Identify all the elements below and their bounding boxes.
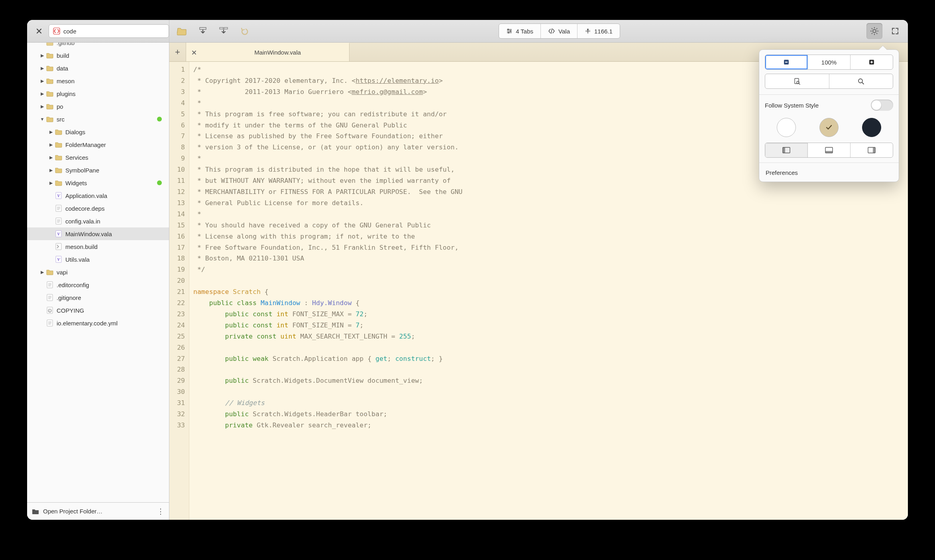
project-search-text: code xyxy=(63,28,77,35)
vala-icon: V xyxy=(54,230,63,237)
tree-folder[interactable]: ▶Dialogs xyxy=(27,125,169,138)
download-all-icon xyxy=(219,27,228,35)
follow-style-switch[interactable] xyxy=(871,100,893,111)
headerbar-left: code xyxy=(27,20,169,42)
tree-folder[interactable]: ▶meson xyxy=(27,74,169,87)
tree-folder[interactable]: ▶data xyxy=(27,62,169,74)
tree-file[interactable]: config.vala.in xyxy=(27,215,169,227)
headerbar: code 4 Tabs xyxy=(27,20,908,43)
tree-folder[interactable]: ▶Services xyxy=(27,151,169,164)
text-icon xyxy=(45,294,54,301)
folder-icon xyxy=(45,78,54,84)
line-gutter: 1234567891011121314151617181920212223242… xyxy=(169,62,189,520)
tree-item-label: MainWindow.vala xyxy=(65,231,112,237)
settings-menu-button[interactable] xyxy=(866,23,882,39)
zoom-in-button[interactable] xyxy=(850,55,893,69)
tree-folder[interactable]: ▶SymbolPane xyxy=(27,164,169,176)
sidebar-footer: Open Project Folder… ⋮ xyxy=(27,502,169,520)
tree-file[interactable]: VApplication.vala xyxy=(27,189,169,202)
theme-light[interactable] xyxy=(777,118,796,137)
open-project-label[interactable]: Open Project Folder… xyxy=(43,508,102,515)
lang-segment[interactable]: Vala xyxy=(540,24,577,38)
text-icon xyxy=(45,319,54,327)
theme-dark[interactable] xyxy=(862,118,881,137)
tab-close-button[interactable] xyxy=(190,49,198,57)
svg-rect-28 xyxy=(871,61,872,63)
folder-icon xyxy=(54,167,63,173)
lang-label: Vala xyxy=(558,28,570,35)
folder-icon xyxy=(45,104,54,110)
vala-icon: V xyxy=(54,192,63,199)
tree-file[interactable]: .editorconfig xyxy=(27,278,169,291)
folder-icon xyxy=(45,91,54,97)
tree-folder[interactable]: ▶FolderManager xyxy=(27,138,169,151)
zoom-segment: 100% xyxy=(765,55,893,70)
tree-file[interactable]: CCOPYING xyxy=(27,304,169,317)
linecol-icon xyxy=(585,28,591,34)
tree-item-label: Utils.vala xyxy=(65,256,90,263)
zoom-level-label[interactable]: 100% xyxy=(807,55,850,69)
find-in-page-button[interactable] xyxy=(765,74,829,88)
window-close-button[interactable] xyxy=(34,26,44,36)
theme-sepia[interactable] xyxy=(819,118,839,137)
copying-icon: C xyxy=(45,307,54,314)
tree-folder[interactable]: ▶Widgets xyxy=(27,176,169,189)
svg-point-6 xyxy=(508,32,509,33)
fullscreen-button[interactable] xyxy=(887,23,903,39)
disclosure-arrow-icon: ▶ xyxy=(48,180,54,186)
build-icon xyxy=(54,243,63,250)
tree-folder[interactable]: ▶po xyxy=(27,100,169,113)
disclosure-arrow-icon: ▶ xyxy=(39,270,45,275)
zoom-out-button[interactable] xyxy=(765,55,807,69)
file-tree[interactable]: .github▶build▶data▶meson▶plugins▶po▼src▶… xyxy=(27,43,169,502)
search-button[interactable] xyxy=(829,74,893,88)
panel-right-button[interactable] xyxy=(850,143,893,157)
close-icon xyxy=(36,28,42,34)
search-icon xyxy=(857,78,864,85)
tab-current[interactable]: MainWindow.vala xyxy=(186,43,350,61)
panel-left-button[interactable] xyxy=(765,143,807,157)
disclosure-arrow-icon: ▶ xyxy=(39,53,45,58)
tree-folder[interactable]: ▶vapi xyxy=(27,266,169,278)
sidebar: .github▶build▶data▶meson▶plugins▶po▼src▶… xyxy=(27,43,169,520)
tree-folder[interactable]: ▶build xyxy=(27,49,169,62)
tree-file[interactable]: meson.build xyxy=(27,240,169,253)
tree-folder[interactable]: ▶plugins xyxy=(27,87,169,100)
open-folder-button[interactable] xyxy=(174,23,190,39)
folder-open-icon xyxy=(177,27,187,35)
tree-file[interactable]: codecore.deps xyxy=(27,202,169,215)
tree-item-label: FolderManager xyxy=(65,141,106,148)
linecol-segment[interactable]: 1166.1 xyxy=(577,24,620,38)
sidebar-more-button[interactable]: ⋮ xyxy=(157,507,164,516)
tree-folder[interactable]: ▼src xyxy=(27,113,169,125)
tree-file[interactable]: VUtils.vala xyxy=(27,253,169,266)
svg-rect-37 xyxy=(873,147,875,153)
preferences-item[interactable]: Preferences xyxy=(759,164,899,182)
tabs-segment[interactable]: 4 Tabs xyxy=(499,24,540,38)
svg-rect-1 xyxy=(200,27,206,29)
disclosure-arrow-icon: ▼ xyxy=(39,117,45,121)
svg-rect-2 xyxy=(220,27,223,29)
save-all-button[interactable] xyxy=(216,23,232,39)
project-search-pill[interactable]: code xyxy=(49,24,169,38)
tree-item-label: io.elementary.code.yml xyxy=(57,320,118,327)
folder-icon xyxy=(32,508,39,515)
tree-folder[interactable]: .github xyxy=(27,43,169,49)
save-button[interactable] xyxy=(195,23,211,39)
tree-item-label: Dialogs xyxy=(65,129,85,135)
panel-bottom-button[interactable] xyxy=(807,143,850,157)
disclosure-arrow-icon: ▶ xyxy=(39,78,45,84)
tab-add-button[interactable]: + xyxy=(169,43,186,61)
svg-rect-33 xyxy=(783,147,785,153)
tree-file[interactable]: VMainWindow.vala xyxy=(27,227,169,240)
panel-left-icon xyxy=(782,147,790,153)
svg-rect-35 xyxy=(825,151,833,153)
tree-item-label: .editorconfig xyxy=(57,282,89,288)
follow-style-row: Follow System Style xyxy=(759,96,899,115)
tree-file[interactable]: .gitignore xyxy=(27,291,169,304)
text-icon xyxy=(45,281,54,288)
revert-button[interactable] xyxy=(236,23,252,39)
disclosure-arrow-icon: ▶ xyxy=(48,155,54,160)
tree-file[interactable]: io.elementary.code.yml xyxy=(27,317,169,329)
tree-item-label: .github xyxy=(57,43,75,46)
